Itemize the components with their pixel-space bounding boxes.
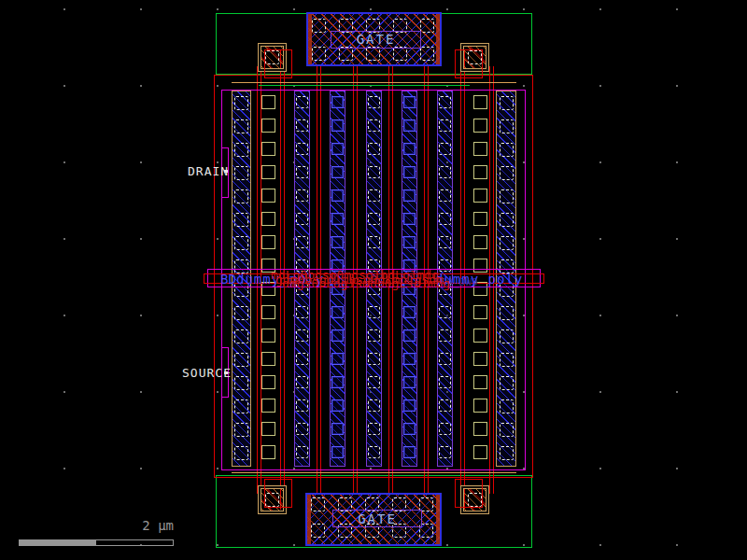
grid-dot <box>63 468 65 469</box>
grid-dot <box>63 315 65 316</box>
corner-pad-offset <box>455 479 483 508</box>
grid-dot <box>676 315 678 316</box>
grid-dot <box>63 391 65 393</box>
grid-dot <box>676 468 678 469</box>
li-line-bottom <box>232 472 516 473</box>
drain-label-tick <box>224 170 228 173</box>
grid-dot <box>599 161 601 163</box>
gate-pad-contact <box>312 47 326 61</box>
grid-dot <box>63 8 65 10</box>
grid-dot <box>676 544 678 546</box>
grid-dot <box>599 315 601 316</box>
gate-pad-contact <box>393 47 407 61</box>
corner-pad-offset <box>264 49 292 78</box>
grid-dot <box>140 238 142 240</box>
gate-pad-contact <box>311 497 325 511</box>
grid-dot <box>63 161 65 163</box>
gate-pad-contact <box>312 19 326 33</box>
gate-pad-contact <box>311 524 325 538</box>
grid-dot <box>140 468 142 469</box>
gate-label-bottom: GATE <box>332 512 422 525</box>
gate-pad-strip-right <box>436 14 440 64</box>
scale-bar-hollow <box>95 539 174 546</box>
source-label-tick <box>224 371 228 374</box>
grid-dot <box>63 85 65 87</box>
gate-pad-contact <box>339 47 353 61</box>
net-label-overlap-3: dmgs0bLdg1smdb0gLsd1mbg <box>282 277 450 290</box>
li-line-top <box>232 82 516 83</box>
grid-dot <box>523 8 525 10</box>
grid-dot <box>599 468 601 469</box>
grid-dot <box>599 238 601 240</box>
grid-dot <box>140 8 142 10</box>
grid-dot <box>676 238 678 240</box>
corner-pad-offset <box>455 49 483 78</box>
grid-dot <box>676 8 678 10</box>
grid-dot <box>599 85 601 87</box>
grid-dot <box>140 315 142 316</box>
grid-dot <box>676 85 678 87</box>
grid-dot <box>63 238 65 240</box>
gate-pad-strip-right <box>436 495 440 544</box>
grid-dot <box>293 8 295 10</box>
grid-dot <box>599 544 601 546</box>
layout-canvas[interactable]: DRAIN SOURCE GATE GATE BD dummy_poly D0_… <box>0 0 747 560</box>
grid-dot <box>676 161 678 163</box>
band-prefix-label: BD <box>220 273 236 286</box>
corner-pad-offset <box>264 479 292 508</box>
gate-pad-contact <box>420 19 434 33</box>
grid-dot <box>217 8 218 10</box>
scale-label: 2 µm <box>121 519 174 532</box>
grid-dot <box>140 85 142 87</box>
grid-dot <box>676 391 678 393</box>
scale-bar-solid <box>19 539 95 546</box>
grid-dot <box>140 161 142 163</box>
gate-label-top: GATE <box>331 33 421 46</box>
gate-pad-contact <box>366 47 380 61</box>
grid-dot <box>599 8 601 10</box>
grid-dot <box>370 8 372 10</box>
diff-line-top <box>259 85 470 86</box>
gate-pad-contact <box>420 47 434 61</box>
drain-label: DRAIN <box>188 165 229 178</box>
grid-dot <box>446 8 448 10</box>
grid-dot <box>599 391 601 393</box>
grid-dot <box>140 391 142 393</box>
